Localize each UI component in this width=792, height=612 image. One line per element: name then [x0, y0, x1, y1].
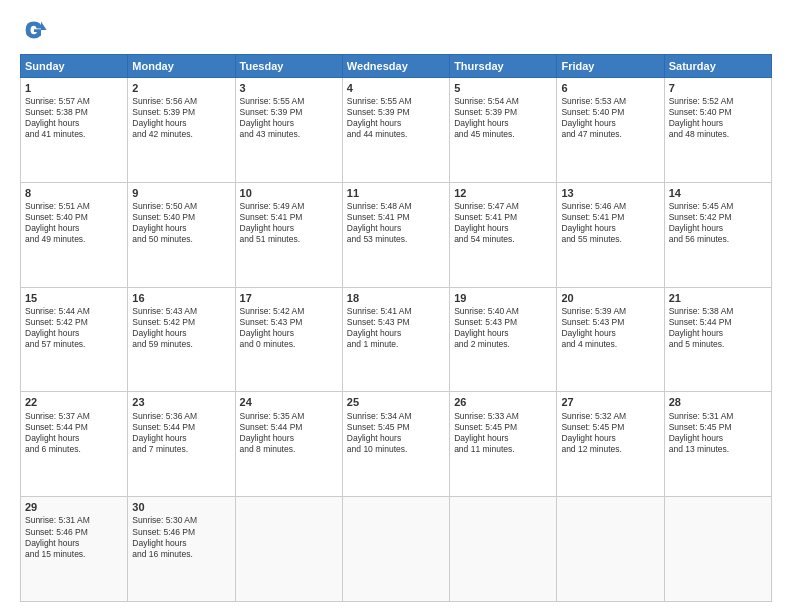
- calendar-table: Sunday Monday Tuesday Wednesday Thursday…: [20, 54, 772, 602]
- day-number: 19: [454, 291, 552, 305]
- calendar-week-5: 29Sunrise: 5:31 AMSunset: 5:46 PMDayligh…: [21, 497, 772, 602]
- day-cell-22: 22Sunrise: 5:37 AMSunset: 5:44 PMDayligh…: [21, 392, 128, 497]
- day-number: 10: [240, 186, 338, 200]
- day-number: 12: [454, 186, 552, 200]
- header-tuesday: Tuesday: [235, 55, 342, 78]
- day-number: 29: [25, 500, 123, 514]
- day-number: 28: [669, 395, 767, 409]
- day-number: 2: [132, 81, 230, 95]
- day-number: 5: [454, 81, 552, 95]
- day-number: 7: [669, 81, 767, 95]
- day-number: 14: [669, 186, 767, 200]
- day-number: 21: [669, 291, 767, 305]
- day-cell-10: 10Sunrise: 5:49 AMSunset: 5:41 PMDayligh…: [235, 182, 342, 287]
- day-number: 1: [25, 81, 123, 95]
- day-number: 18: [347, 291, 445, 305]
- day-number: 15: [25, 291, 123, 305]
- day-cell-19: 19Sunrise: 5:40 AMSunset: 5:43 PMDayligh…: [450, 287, 557, 392]
- day-number: 13: [561, 186, 659, 200]
- day-number: 8: [25, 186, 123, 200]
- empty-cell: [342, 497, 449, 602]
- day-number: 25: [347, 395, 445, 409]
- day-cell-28: 28Sunrise: 5:31 AMSunset: 5:45 PMDayligh…: [664, 392, 771, 497]
- day-cell-11: 11Sunrise: 5:48 AMSunset: 5:41 PMDayligh…: [342, 182, 449, 287]
- day-number: 17: [240, 291, 338, 305]
- day-cell-12: 12Sunrise: 5:47 AMSunset: 5:41 PMDayligh…: [450, 182, 557, 287]
- day-number: 6: [561, 81, 659, 95]
- calendar-week-3: 15Sunrise: 5:44 AMSunset: 5:42 PMDayligh…: [21, 287, 772, 392]
- day-cell-25: 25Sunrise: 5:34 AMSunset: 5:45 PMDayligh…: [342, 392, 449, 497]
- empty-cell: [235, 497, 342, 602]
- day-number: 4: [347, 81, 445, 95]
- header-saturday: Saturday: [664, 55, 771, 78]
- day-number: 16: [132, 291, 230, 305]
- header-friday: Friday: [557, 55, 664, 78]
- day-cell-16: 16Sunrise: 5:43 AMSunset: 5:42 PMDayligh…: [128, 287, 235, 392]
- header-sunday: Sunday: [21, 55, 128, 78]
- day-number: 23: [132, 395, 230, 409]
- empty-cell: [450, 497, 557, 602]
- day-cell-7: 7Sunrise: 5:52 AMSunset: 5:40 PMDaylight…: [664, 78, 771, 183]
- day-number: 27: [561, 395, 659, 409]
- day-cell-17: 17Sunrise: 5:42 AMSunset: 5:43 PMDayligh…: [235, 287, 342, 392]
- day-cell-2: 2Sunrise: 5:56 AMSunset: 5:39 PMDaylight…: [128, 78, 235, 183]
- empty-cell: [557, 497, 664, 602]
- day-number: 20: [561, 291, 659, 305]
- header-wednesday: Wednesday: [342, 55, 449, 78]
- day-cell-1: 1Sunrise: 5:57 AMSunset: 5:38 PMDaylight…: [21, 78, 128, 183]
- day-cell-29: 29Sunrise: 5:31 AMSunset: 5:46 PMDayligh…: [21, 497, 128, 602]
- day-cell-9: 9Sunrise: 5:50 AMSunset: 5:40 PMDaylight…: [128, 182, 235, 287]
- day-number: 3: [240, 81, 338, 95]
- day-cell-13: 13Sunrise: 5:46 AMSunset: 5:41 PMDayligh…: [557, 182, 664, 287]
- logo-icon: [20, 16, 48, 44]
- header-thursday: Thursday: [450, 55, 557, 78]
- day-number: 9: [132, 186, 230, 200]
- day-cell-24: 24Sunrise: 5:35 AMSunset: 5:44 PMDayligh…: [235, 392, 342, 497]
- calendar-week-4: 22Sunrise: 5:37 AMSunset: 5:44 PMDayligh…: [21, 392, 772, 497]
- calendar-header-row: Sunday Monday Tuesday Wednesday Thursday…: [21, 55, 772, 78]
- day-cell-3: 3Sunrise: 5:55 AMSunset: 5:39 PMDaylight…: [235, 78, 342, 183]
- day-cell-26: 26Sunrise: 5:33 AMSunset: 5:45 PMDayligh…: [450, 392, 557, 497]
- calendar-week-1: 1Sunrise: 5:57 AMSunset: 5:38 PMDaylight…: [21, 78, 772, 183]
- page: Sunday Monday Tuesday Wednesday Thursday…: [0, 0, 792, 612]
- day-cell-23: 23Sunrise: 5:36 AMSunset: 5:44 PMDayligh…: [128, 392, 235, 497]
- day-cell-5: 5Sunrise: 5:54 AMSunset: 5:39 PMDaylight…: [450, 78, 557, 183]
- day-cell-18: 18Sunrise: 5:41 AMSunset: 5:43 PMDayligh…: [342, 287, 449, 392]
- day-cell-15: 15Sunrise: 5:44 AMSunset: 5:42 PMDayligh…: [21, 287, 128, 392]
- calendar-week-2: 8Sunrise: 5:51 AMSunset: 5:40 PMDaylight…: [21, 182, 772, 287]
- empty-cell: [664, 497, 771, 602]
- day-cell-20: 20Sunrise: 5:39 AMSunset: 5:43 PMDayligh…: [557, 287, 664, 392]
- day-number: 24: [240, 395, 338, 409]
- day-cell-4: 4Sunrise: 5:55 AMSunset: 5:39 PMDaylight…: [342, 78, 449, 183]
- day-number: 22: [25, 395, 123, 409]
- day-cell-8: 8Sunrise: 5:51 AMSunset: 5:40 PMDaylight…: [21, 182, 128, 287]
- day-cell-14: 14Sunrise: 5:45 AMSunset: 5:42 PMDayligh…: [664, 182, 771, 287]
- day-number: 26: [454, 395, 552, 409]
- day-number: 11: [347, 186, 445, 200]
- header-monday: Monday: [128, 55, 235, 78]
- header: [20, 16, 772, 44]
- day-cell-27: 27Sunrise: 5:32 AMSunset: 5:45 PMDayligh…: [557, 392, 664, 497]
- logo: [20, 16, 52, 44]
- day-number: 30: [132, 500, 230, 514]
- day-cell-6: 6Sunrise: 5:53 AMSunset: 5:40 PMDaylight…: [557, 78, 664, 183]
- day-cell-30: 30Sunrise: 5:30 AMSunset: 5:46 PMDayligh…: [128, 497, 235, 602]
- day-cell-21: 21Sunrise: 5:38 AMSunset: 5:44 PMDayligh…: [664, 287, 771, 392]
